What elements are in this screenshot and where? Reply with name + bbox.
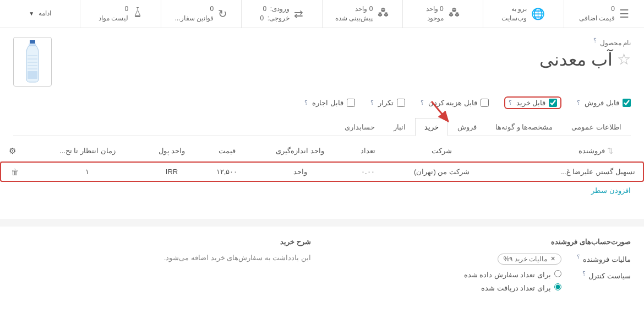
product-name-label: نام محصول ؟ — [593, 39, 631, 47]
table-row[interactable]: تسهیل گستر, علیرضا غ... شرکت من (تهران) … — [0, 162, 644, 182]
col-currency[interactable]: واحد پول — [142, 141, 202, 162]
stat-more[interactable]: ادامه ▼ — [0, 0, 80, 28]
stat-onhand[interactable]: 0 واحدموجود — [402, 0, 483, 28]
list-icon: ☰ — [619, 7, 629, 20]
can-expense-checkbox[interactable]: قابل هزینه کردن ؟ — [421, 99, 489, 107]
vendor-bills-title: صورت‌حساب‌های فروشنده — [333, 238, 631, 246]
separator — [0, 219, 644, 227]
control-policy-label: سیاست کنترل ؟ — [570, 270, 631, 280]
policy-received-radio[interactable]: برای تعداد دریافت شده — [464, 283, 561, 292]
cubes-icon — [377, 7, 389, 20]
purchase-desc-title: شرح خرید — [13, 238, 311, 246]
can-sell-checkbox[interactable]: قابل فروش ؟ — [577, 99, 631, 107]
can-buy-checkbox[interactable]: قابل خرید ؟ — [504, 96, 562, 109]
vendor-tax-tag[interactable]: ✕مالیات خرید ۹% — [498, 254, 561, 265]
rentable-checkbox[interactable]: قابل اجاره ؟ — [304, 99, 355, 107]
flask-icon — [133, 7, 143, 20]
cell-price[interactable]: ۱۲,۵۰۰ — [201, 162, 252, 182]
trash-icon[interactable]: 🗑 — [11, 168, 19, 176]
svg-rect-1 — [29, 44, 36, 46]
col-company[interactable]: شرکت — [388, 141, 495, 162]
policy-ordered-radio[interactable]: برای تعداد سفارش داده شده — [464, 270, 561, 279]
stat-transfers[interactable]: ⇄ ورودی: 0 خروجی: 0 — [241, 0, 321, 28]
adjust-icon[interactable]: ⚙ — [9, 146, 16, 155]
tab-sales[interactable]: فروش — [448, 118, 486, 136]
exchange-icon: ⇄ — [294, 7, 303, 20]
stat-extra-price[interactable]: ☰ 0قیمت اضافی — [564, 0, 644, 28]
tabs: اطلاعات عمومی مشخصه‌ها و گونه‌ها فروش خر… — [13, 118, 631, 136]
cell-qty[interactable]: ۰.۰۰ — [348, 162, 388, 182]
vendor-tax-label: مالیات فروشنده ؟ — [570, 254, 631, 263]
cell-vendor[interactable]: تسهیل گستر, علیرضا غ... — [496, 162, 644, 182]
refresh-icon: ↻ — [218, 7, 227, 20]
recurring-checkbox[interactable]: تکرار ؟ — [370, 99, 405, 107]
stat-reorder-rules[interactable]: ↻ 0قوانین سفار... — [161, 0, 241, 28]
cell-lead[interactable]: ۱ — [33, 162, 142, 182]
col-lead[interactable]: زمان انتظار تا تح... — [33, 141, 142, 162]
product-image[interactable] — [13, 37, 52, 87]
tab-accounting[interactable]: حسابداری — [335, 118, 384, 136]
purchase-desc-text[interactable]: این یادداشت به سفارش‌های خرید اضافه می‌ش… — [13, 254, 311, 262]
star-icon[interactable]: ☆ — [617, 50, 631, 68]
col-vendor[interactable]: ⇅ فروشنده — [496, 141, 644, 162]
cell-uom[interactable]: واحد — [252, 162, 348, 182]
cubes-icon — [448, 7, 460, 20]
close-icon[interactable]: ✕ — [550, 255, 555, 262]
cell-currency[interactable]: IRR — [142, 162, 202, 182]
stat-website[interactable]: 🌐 برو بهوب‌سایت — [483, 0, 563, 28]
stat-bom[interactable]: 0لیست مواد — [80, 0, 160, 28]
tab-inventory[interactable]: انبار — [384, 118, 415, 136]
cell-company[interactable]: شرکت من (تهران) — [388, 162, 495, 182]
tab-purchase[interactable]: خرید — [415, 118, 448, 136]
col-price[interactable]: قیمت — [201, 141, 252, 162]
svg-rect-2 — [28, 71, 37, 79]
col-qty[interactable]: تعداد — [348, 141, 388, 162]
caret-down-icon: ▼ — [29, 10, 34, 17]
tab-general[interactable]: اطلاعات عمومی — [562, 118, 631, 136]
svg-rect-0 — [30, 40, 35, 44]
stat-buttons-bar: ☰ 0قیمت اضافی 🌐 برو بهوب‌سایت 0 واحدموجو… — [0, 0, 644, 28]
product-title[interactable]: آب معدنی — [539, 49, 613, 70]
globe-icon: 🌐 — [531, 7, 545, 20]
sort-icon: ⇅ — [607, 147, 622, 155]
col-uom[interactable]: واحد اندازه‌گیری — [252, 141, 348, 162]
add-line-link[interactable]: افزودن سطر — [0, 182, 644, 199]
stat-forecast[interactable]: 0 واحدپیش‌بینی شده — [322, 0, 402, 28]
tab-variants[interactable]: مشخصه‌ها و گونه‌ها — [486, 118, 562, 136]
vendors-table: ⇅ فروشنده شرکت تعداد واحد اندازه‌گیری قی… — [0, 141, 644, 182]
